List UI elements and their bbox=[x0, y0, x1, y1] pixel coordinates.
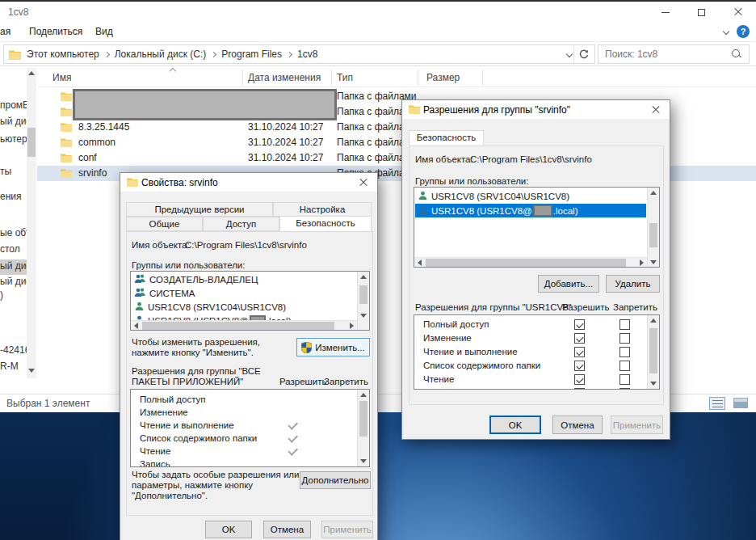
deny-checkbox[interactable] bbox=[620, 347, 630, 357]
tab-customize[interactable]: Настройка bbox=[273, 202, 372, 217]
sidebar-item[interactable]: ты bbox=[0, 166, 11, 177]
scroll-right-icon[interactable] bbox=[350, 323, 354, 329]
column-divider[interactable] bbox=[242, 70, 243, 86]
allow-checkbox[interactable] bbox=[574, 361, 585, 371]
breadcrumb-program-files[interactable]: Program Files bbox=[221, 49, 282, 60]
group-item[interactable]: USR1CV8 (SRV1C04\USR1CV8) bbox=[132, 300, 356, 314]
vertical-scrollbar[interactable] bbox=[647, 315, 659, 389]
deny-checkbox[interactable] bbox=[620, 361, 630, 371]
ribbon-tab-share[interactable]: Поделиться bbox=[29, 26, 82, 37]
allow-checkbox[interactable] bbox=[574, 347, 585, 357]
deny-checkbox[interactable] bbox=[620, 333, 630, 344]
sidebar-item[interactable]: ьютер bbox=[0, 133, 27, 145]
scroll-up-icon[interactable] bbox=[650, 319, 657, 323]
ribbon-tab-view[interactable]: Вид bbox=[95, 26, 113, 37]
scrollbar-thumb[interactable] bbox=[649, 223, 657, 247]
ok-button[interactable]: OK bbox=[205, 521, 252, 538]
allow-checkbox[interactable] bbox=[574, 374, 585, 385]
column-size[interactable]: Размер bbox=[426, 72, 460, 83]
cancel-button[interactable]: Отмена bbox=[552, 416, 603, 434]
breadcrumb-1cv8[interactable]: 1cv8 bbox=[297, 49, 317, 60]
maximize-button[interactable] bbox=[683, 2, 720, 23]
allow-checkbox[interactable] bbox=[574, 319, 585, 330]
user-item[interactable]: USR1CV8 (SRV1C04\USR1CV8) bbox=[415, 189, 646, 203]
close-button[interactable] bbox=[720, 2, 756, 23]
breadcrumb-this-pc[interactable]: Этот компьютер bbox=[27, 49, 99, 60]
column-type[interactable]: Тип bbox=[337, 72, 353, 83]
dialog-close-button[interactable] bbox=[350, 173, 377, 192]
scroll-up-icon[interactable] bbox=[650, 191, 657, 195]
scroll-up-icon[interactable] bbox=[360, 275, 367, 279]
column-name[interactable]: Имя bbox=[52, 72, 71, 83]
cancel-button[interactable]: Отмена bbox=[263, 521, 311, 538]
tab-previous-versions[interactable]: Предыдущие версии bbox=[126, 202, 273, 217]
ok-button[interactable]: OK bbox=[489, 416, 541, 434]
add-button[interactable]: Добавить... bbox=[538, 275, 599, 293]
tab-sharing[interactable]: Доступ bbox=[203, 217, 279, 231]
scroll-right-icon[interactable] bbox=[640, 259, 644, 266]
tab-general[interactable]: Общие bbox=[126, 217, 203, 231]
search-box[interactable]: Поиск: 1cv8 bbox=[598, 44, 750, 64]
scrollbar-thumb[interactable] bbox=[359, 285, 368, 304]
scroll-left-icon[interactable] bbox=[418, 259, 422, 266]
scroll-left-icon[interactable] bbox=[134, 323, 138, 329]
column-divider[interactable] bbox=[418, 70, 418, 86]
scrollbar-thumb[interactable] bbox=[27, 128, 36, 157]
deny-checkbox[interactable] bbox=[620, 388, 630, 390]
user-item-selected[interactable]: USR1CV8 (USR1CV8@ .local) bbox=[415, 204, 646, 217]
thumbnails-view-button[interactable] bbox=[733, 398, 748, 408]
scrollbar-thumb[interactable] bbox=[142, 322, 334, 330]
address-dropdown-icon[interactable] bbox=[566, 51, 573, 57]
minimize-button[interactable] bbox=[647, 2, 683, 23]
horizontal-scrollbar[interactable] bbox=[414, 257, 647, 267]
group-item[interactable]: СОЗДАТЕЛЬ-ВЛАДЕЛЕЦ bbox=[132, 272, 356, 286]
remove-button[interactable]: Удалить bbox=[606, 275, 660, 293]
refresh-button[interactable] bbox=[573, 45, 593, 63]
sidebar-item[interactable]: R-M bbox=[0, 361, 19, 372]
scrollbar-thumb[interactable] bbox=[359, 401, 368, 437]
sidebar-item[interactable]: -42416 bbox=[0, 344, 30, 356]
column-date-modified[interactable]: Дата изменения bbox=[248, 72, 321, 83]
edit-button[interactable]: Изменить... bbox=[296, 338, 370, 356]
ribbon-expand-icon[interactable] bbox=[723, 28, 729, 35]
tab-security[interactable]: Безопасность bbox=[409, 130, 484, 146]
search-icon[interactable] bbox=[732, 49, 741, 59]
dialog-close-button[interactable] bbox=[642, 100, 670, 119]
scroll-up-icon[interactable] bbox=[360, 393, 367, 397]
group-item[interactable]: СИСТЕМА bbox=[132, 286, 356, 300]
sidebar-item[interactable]: стол bbox=[0, 243, 20, 255]
horizontal-scrollbar[interactable] bbox=[131, 320, 357, 330]
deny-column-header: Запретить bbox=[324, 377, 368, 386]
scroll-down-icon[interactable] bbox=[28, 369, 35, 373]
address-box[interactable]: Этот компьютер Локальный диск (C:) Progr… bbox=[3, 44, 595, 64]
sidebar-item[interactable]: ) bbox=[0, 289, 3, 301]
permissions-list[interactable]: Полный доступ Изменение Чтение и выполне… bbox=[130, 389, 370, 467]
vertical-scrollbar[interactable] bbox=[647, 188, 659, 267]
groups-list[interactable]: СОЗДАТЕЛЬ-ВЛАДЕЛЕЦ СИСТЕМА USR1CV8 (SRV1… bbox=[130, 271, 370, 331]
ribbon-tab-home[interactable]: ая bbox=[0, 26, 10, 37]
advanced-button[interactable]: Дополнительно bbox=[300, 471, 371, 489]
breadcrumb-local-disk-c[interactable]: Локальный диск (C:) bbox=[115, 49, 207, 60]
permissions-list[interactable]: Полный доступ Изменение Чтение и выполне… bbox=[414, 314, 660, 390]
sidebar-item[interactable]: ения bbox=[0, 191, 22, 202]
column-divider[interactable] bbox=[331, 70, 332, 86]
scrollbar-thumb[interactable] bbox=[649, 328, 657, 373]
scroll-down-icon[interactable] bbox=[650, 382, 657, 386]
scroll-up-icon[interactable] bbox=[28, 71, 35, 75]
sidebar-scrollbar[interactable] bbox=[27, 68, 36, 378]
vertical-scrollbar[interactable] bbox=[357, 272, 369, 330]
tab-security[interactable]: Безопасность bbox=[279, 216, 372, 232]
allow-checkbox[interactable] bbox=[574, 333, 585, 344]
details-view-button[interactable] bbox=[709, 397, 725, 410]
scroll-down-icon[interactable] bbox=[360, 459, 367, 463]
help-icon[interactable] bbox=[737, 25, 750, 38]
allow-checkbox[interactable] bbox=[574, 388, 585, 390]
scrollbar-thumb[interactable] bbox=[426, 259, 626, 267]
users-list[interactable]: USR1CV8 (SRV1C04\USR1CV8) USR1CV8 (USR1C… bbox=[414, 187, 660, 268]
scroll-down-icon[interactable] bbox=[360, 314, 367, 318]
deny-checkbox[interactable] bbox=[620, 319, 630, 330]
scroll-down-icon[interactable] bbox=[650, 260, 657, 264]
column-divider[interactable] bbox=[482, 70, 483, 86]
vertical-scrollbar[interactable] bbox=[357, 390, 369, 466]
deny-checkbox[interactable] bbox=[620, 374, 630, 385]
